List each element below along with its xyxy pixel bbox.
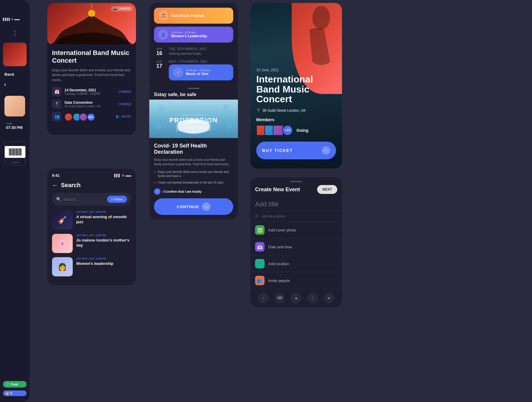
jomalone-event-item[interactable]: 🌸 1ST MAY- SAT -2:00 PM Jo malone london… (52, 234, 131, 253)
concert-location: 📍 36 Guild Street London, UK (256, 108, 336, 113)
search-status-bar: 9:41 ▌▌▌ ⊘ ▬▬ (52, 173, 131, 178)
date-col-mar17: Mar 17 (154, 60, 165, 80)
change-location-button[interactable]: CHANGE (119, 103, 131, 106)
month-label-mar16: Mar (154, 47, 165, 50)
filter-label: Filters (114, 197, 123, 201)
date-time-row[interactable]: 📅 Date and time (250, 239, 342, 255)
search-battery-icon: ▬▬ (125, 174, 131, 177)
women-leadership-thumbnail: 👩 (52, 257, 73, 276)
invite-people-icon: 👥 (255, 276, 265, 285)
create-event-handle (290, 181, 302, 182)
food-badge[interactable]: 🍴 Food (3, 381, 27, 388)
jimi-info: 10:00 am - 12:30 pm Music of Jimi (186, 69, 210, 76)
womens-avatar: 👤 (158, 30, 168, 40)
event-title-input[interactable] (255, 200, 337, 208)
women-leadership-event-item[interactable]: 👩 1ST MAY- SAT -2:00 PM Women's leadersh… (52, 257, 131, 276)
continue-button[interactable]: CONTINUE → (154, 198, 233, 215)
members-row: 👥 50+ 👤+ INVITE (52, 112, 131, 121)
check-item-2: I have not traveled interationaly in the… (154, 181, 233, 185)
check-item-1: Enjoy your favorite dishe and a lovely y… (154, 170, 233, 178)
jazz-event-title: A virtual evening of smooth jazz (76, 215, 131, 225)
bottom-icon-3[interactable]: ▲ (291, 293, 301, 303)
search-status-icons: ▌▌▌ ⊘ ▬▬ (114, 174, 131, 177)
womens-leadership-card[interactable]: 👤 10:00 am - 12:30 pm Women's Leadership… (154, 27, 233, 43)
bottom-icon-4[interactable]: ⋮ (307, 293, 318, 303)
search-placeholder-text: Search... (64, 197, 105, 202)
back-button[interactable]: ← (52, 182, 58, 189)
location-row: 📍 Gala Convention 36 Guild Street London… (52, 99, 131, 109)
time-label: TIME (4, 122, 25, 125)
mar17-label: WED, 17TH MARCH, 2021 (169, 60, 233, 63)
confirm-checkbox[interactable]: ✓ (154, 188, 160, 195)
menu-dots-button[interactable]: ⋮ (3, 30, 27, 37)
more-attendees-badge: 50+ (87, 113, 95, 121)
add-location-icon: 📍 (255, 259, 265, 268)
jazz-thumbnail: 🎸 (52, 210, 73, 230)
jomalone-event-info: 1ST MAY- SAT -2:00 PM Jo malone london's… (76, 234, 131, 253)
music-of-jimi-card[interactable]: 🎸 10:00 am - 12:30 pm Music of Jimi (169, 64, 233, 80)
date-time-label: Date and time (268, 245, 292, 249)
description-icon: ☰ (255, 214, 258, 218)
mask-svg (176, 116, 211, 137)
concert-content: 19 June, 2021 International Band Music C… (250, 3, 342, 165)
left-panel-title: Band (3, 72, 27, 77)
confirm-text: I Confirm that I am healty (163, 190, 202, 193)
covid-image: CORONAVIRUS PROTECTION (149, 100, 238, 138)
add-location-row[interactable]: 📍 Add location (250, 255, 342, 272)
cover-photo-label: Add cover photo (268, 228, 296, 232)
jimi-avatar: 🎸 (173, 67, 183, 77)
going-label: Going (296, 128, 308, 133)
add-cover-row[interactable]: 🖼️ Add cover photo (250, 222, 342, 239)
buy-ticket-button[interactable]: BUY TICKET → (256, 142, 336, 159)
add-location-label: Add location (268, 262, 289, 266)
camera-icon: 📷 (113, 7, 117, 10)
gala-event-card[interactable]: 🎵 Gala Music Festival. (154, 8, 233, 24)
invite-people-row[interactable]: 👥 Invite pepole (250, 272, 342, 289)
jazz-event-item[interactable]: 🎸 1ST MAY- SAT -2:00 PM A virtual evenin… (52, 210, 131, 230)
band-preview-thumb (3, 43, 27, 66)
bottom-sheet-handle (188, 88, 200, 89)
concert-title: International Band Music Concert (256, 74, 336, 104)
covid-declaration-panel: Sstay safe, be safe CORONAVIRUS PROTECTI… (149, 84, 238, 220)
search-magnifier-icon: 🔍 (56, 197, 61, 202)
date-time-icon: 📅 (255, 242, 265, 252)
search-time: 9:41 (52, 173, 60, 178)
change-date-button[interactable]: CHANGE (119, 90, 131, 93)
jimi-time: 10:00 am - 12:30 pm (186, 69, 210, 72)
concert-attendee-3 (273, 125, 283, 136)
invite-icon: 👤+ (115, 115, 121, 118)
event-cover-image: 📷 CHANGE (47, 3, 136, 44)
search-signal-icon: ▌▌▌ (114, 174, 121, 177)
concert-more-attendees: +10 (282, 125, 293, 136)
change-cover-button[interactable]: 📷 CHANGE (111, 6, 133, 12)
concert-date: 19 June, 2021 (256, 68, 336, 72)
concert-detail-panel: 19 June, 2021 International Band Music C… (250, 3, 342, 168)
venue-address: 36 Guild Street London, UK (64, 105, 100, 108)
invite-people-label: Invite pepole (268, 278, 290, 283)
left-panel-subtitle: t (3, 82, 27, 87)
color-swatch (4, 96, 25, 116)
calendar-icon: 📅 (52, 87, 61, 96)
jazz-event-info: 1ST MAY- SAT -2:00 PM A virtual evening … (76, 210, 131, 230)
create-event-panel: Create New Event NEXT ☰ Add description … (250, 177, 342, 307)
invite-button[interactable]: 👤+ INVITE (115, 115, 131, 118)
search-wifi-icon: ⊘ (122, 174, 124, 177)
next-button[interactable]: NEXT (317, 185, 337, 194)
mar16-content: TUE, 16TH MARCH, 2021 Nothing planned to… (169, 47, 233, 56)
month-label-mar17: Mar (154, 60, 165, 63)
buy-ticket-label: BUY TICKET (262, 148, 293, 153)
mar17-schedule-item: Mar 17 WED, 17TH MARCH, 2021 🎸 10:00 am … (154, 60, 233, 80)
svg-point-1 (88, 10, 95, 17)
bottom-icon-1[interactable]: ↕ (258, 293, 269, 303)
food-label: Food (11, 383, 18, 386)
day-mar17: 17 (154, 63, 165, 69)
filter-icon: ≡ (111, 197, 113, 201)
create-event-header: Create New Event NEXT (250, 185, 342, 197)
search-bar[interactable]: 🔍 Search... ≡ Filters (52, 193, 131, 206)
bottom-icon-5[interactable]: ● (324, 293, 334, 303)
filters-button[interactable]: ≡ Filters (107, 196, 127, 203)
date-row: 📅 14 December, 2021 Tuesday, 4:00PM - 9:… (52, 87, 131, 96)
mar16-schedule-item: Mar 16 TUE, 16TH MARCH, 2021 Nothing pla… (154, 47, 233, 56)
change-label: CHANGE (118, 7, 131, 10)
bottom-icon-2[interactable]: ⌨ (274, 293, 285, 303)
